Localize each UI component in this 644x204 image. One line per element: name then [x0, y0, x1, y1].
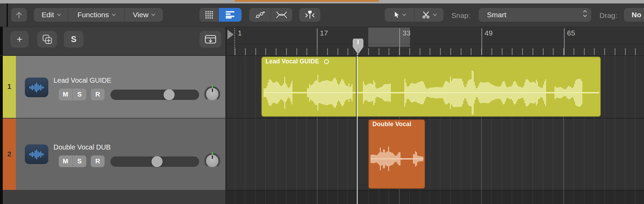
pointer-tool-button[interactable]	[385, 8, 414, 22]
automation-icon	[254, 10, 265, 20]
ruler-divider	[227, 44, 644, 44]
catch-playhead-icon	[304, 10, 316, 20]
pan-knob[interactable]	[204, 153, 220, 169]
menu-label: Edit	[41, 11, 54, 19]
pan-center-tick	[212, 85, 213, 88]
region-name: Lead Vocal GUIDE	[265, 58, 319, 65]
record-enable-button[interactable]: R	[91, 155, 105, 167]
menu-view[interactable]: View	[124, 8, 163, 22]
ruler-tick	[440, 48, 441, 55]
ruler-tick	[317, 48, 318, 55]
bar-ruler[interactable]: 117334965	[227, 27, 644, 56]
grid-view-icon	[205, 10, 214, 19]
tracks-view-button[interactable]	[218, 8, 242, 22]
grid-view-button[interactable]	[199, 8, 218, 22]
tool-menus	[385, 8, 443, 22]
track-header-row[interactable]: 1 Lead Vocal GUIDE M	[3, 55, 225, 118]
volume-slider[interactable]	[110, 156, 199, 167]
menu-bar: EditFunctionsView	[34, 8, 163, 22]
ruler-tick	[522, 48, 523, 55]
ruler-tick	[543, 48, 544, 55]
ruler-tick	[235, 48, 235, 55]
ruler-tick	[327, 48, 328, 55]
ruler-tick	[553, 48, 554, 55]
mute-button[interactable]: M	[59, 89, 72, 100]
audio-region[interactable]: Lead Vocal GUIDE	[261, 57, 601, 117]
gridline	[255, 56, 256, 204]
track-name[interactable]: Double Vocal DUB	[53, 143, 111, 151]
automation-button[interactable]	[249, 8, 270, 22]
audio-track-icon	[25, 144, 48, 164]
header-bottom-border	[0, 55, 644, 56]
bar-number: 17	[320, 29, 328, 37]
ruler-tick	[255, 48, 256, 55]
mute-solo-group: M S	[59, 89, 86, 100]
playhead-line[interactable]	[357, 54, 358, 204]
menu-functions[interactable]: Functions	[68, 8, 124, 22]
pointer-icon	[394, 11, 399, 18]
ruler-tick	[420, 48, 420, 55]
solo-button[interactable]: S	[72, 89, 87, 100]
snap-dropdown[interactable]: Smart	[479, 8, 591, 22]
below-tracks-area	[227, 190, 644, 204]
chevron-down-icon	[402, 12, 406, 16]
track-header-config-button[interactable]	[199, 31, 221, 48]
pan-knob[interactable]	[204, 86, 220, 102]
snap-label: Snap:	[451, 11, 470, 20]
ruler-tick	[584, 48, 585, 55]
ruler-tick	[348, 48, 348, 55]
solo-glyph: S	[71, 34, 76, 44]
chevron-down-icon	[112, 12, 116, 16]
ruler-tick	[399, 48, 400, 55]
ruler-tick	[296, 48, 297, 55]
lane-divider	[227, 118, 644, 119]
up-arrow-button[interactable]	[11, 8, 27, 22]
region-waveform	[369, 120, 425, 189]
panel-down-arrow-icon	[205, 35, 216, 44]
tracks-view-icon	[225, 11, 235, 19]
ruler-tick	[533, 48, 533, 55]
volume-knob[interactable]	[164, 89, 175, 100]
track-number: 2	[7, 150, 11, 158]
mute-solo-group: M S	[59, 155, 86, 167]
ruler-tick	[368, 48, 369, 55]
scissors-tool-button[interactable]	[414, 8, 443, 22]
ruler-tick	[245, 48, 246, 55]
flex-button[interactable]	[270, 8, 292, 22]
bar-number: 1	[238, 29, 242, 37]
ruler-tick	[481, 48, 482, 55]
ruler-tick	[430, 48, 430, 55]
volume-knob[interactable]	[152, 156, 163, 167]
main-toolbar: EditFunctionsView	[0, 3, 644, 27]
mute-button[interactable]: M	[59, 155, 72, 167]
automation-flex-group	[249, 8, 292, 22]
ruler-tick	[461, 48, 461, 55]
region-waveform	[262, 57, 601, 117]
gridline	[625, 56, 625, 204]
take-circle-icon	[324, 59, 329, 64]
ruler-tick	[276, 48, 276, 55]
track-header-row[interactable]: 2 Double Vocal DUB M	[3, 119, 225, 190]
chevron-down-icon	[433, 12, 437, 16]
ruler-tick	[635, 48, 636, 55]
pan-center-tick	[212, 152, 213, 155]
ruler-tick	[265, 48, 266, 55]
drag-dropdown[interactable]: No	[624, 8, 644, 22]
view-toggle	[199, 8, 242, 22]
scissors-icon	[422, 11, 430, 18]
track-name[interactable]: Lead Vocal GUIDE	[53, 76, 111, 84]
menu-label: View	[133, 11, 148, 19]
ruler-tick	[491, 48, 492, 55]
drag-label: Drag:	[599, 11, 617, 20]
catch-playhead-button[interactable]	[299, 8, 320, 22]
ruler-tick	[625, 48, 626, 55]
solo-button[interactable]: S	[72, 155, 87, 167]
record-enable-button[interactable]: R	[91, 89, 105, 100]
waveform-icon	[29, 149, 44, 160]
menu-edit[interactable]: Edit	[34, 8, 68, 22]
audio-region[interactable]: Double Vocal	[368, 119, 425, 189]
duplicate-track-button[interactable]	[37, 31, 57, 48]
solo-tracks-button[interactable]: S	[64, 31, 84, 48]
add-track-button[interactable]: +	[10, 31, 29, 48]
volume-slider[interactable]	[110, 90, 199, 100]
